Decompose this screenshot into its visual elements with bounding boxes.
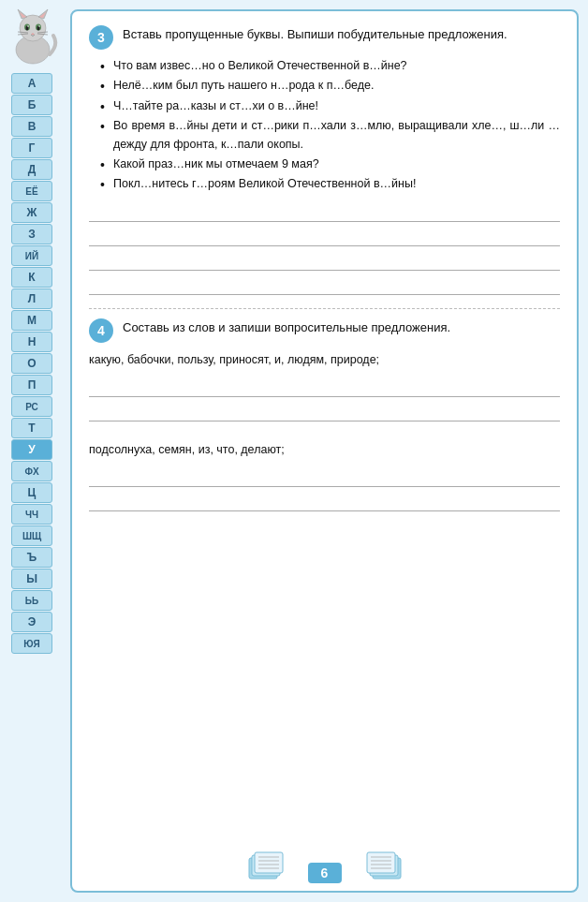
letter-E: Э (11, 612, 52, 632)
letter-D: Д (11, 159, 52, 180)
bullet-item-1: Что вам извес…но о Великой Отечественной… (98, 57, 560, 75)
letter-N: Н (11, 332, 52, 352)
letter-G: Г (11, 138, 52, 158)
bullet-item-6: Покл…нитесь г…роям Великой Отечественной… (98, 175, 560, 193)
task-4-instruction: Составь из слов и запиши вопросительные … (123, 318, 450, 337)
alphabet-sidebar: А Б В Г Д ЕЁ Ж З ИЙ К Л М Н О П РС Т У Ф… (0, 0, 64, 902)
task-4-write-lines-1 (89, 377, 560, 421)
letter-K: К (11, 267, 52, 288)
task-3-write-lines (89, 201, 560, 295)
letter-SOFT: ЬЬ (11, 590, 52, 611)
svg-point-10 (27, 25, 29, 27)
task-3-instruction: Вставь пропущенные буквы. Выпиши побудит… (123, 25, 507, 44)
write-line-4[interactable] (89, 274, 560, 295)
write-line-1[interactable] (89, 201, 560, 222)
svg-rect-26 (367, 852, 395, 873)
svg-point-1 (20, 15, 46, 41)
letter-T: Т (11, 418, 52, 438)
letter-M: М (11, 310, 52, 331)
task-4-section: 4 Составь из слов и запиши вопросительны… (89, 318, 560, 511)
letter-V: В (11, 116, 52, 137)
letter-Y: Ы (11, 569, 52, 589)
task-3-number: 3 (89, 25, 113, 50)
letter-A: А (11, 73, 52, 94)
letter-ZH: Ж (11, 202, 52, 223)
write-line-8[interactable] (89, 491, 560, 511)
letter-YUYА: ЮЯ (11, 633, 52, 654)
task-4-header: 4 Составь из слов и запиши вопросительны… (89, 318, 560, 343)
letter-RS: РС (11, 396, 52, 417)
letter-O: О (11, 353, 52, 374)
write-line-5[interactable] (89, 377, 560, 397)
page-background: А Б В Г Д ЕЁ Ж З ИЙ К Л М Н О П РС Т У Ф… (0, 0, 588, 902)
letter-P: П (11, 375, 52, 395)
task-4-words-group1: какую, бабочки, пользу, приносят, и, люд… (89, 350, 560, 369)
letter-Z: З (11, 224, 52, 244)
task-3-section: 3 Вставь пропущенные буквы. Выпиши побуд… (89, 25, 560, 295)
task-3-bullet-list: Что вам извес…но о Великой Отечественной… (89, 57, 560, 194)
book-left-icon (247, 844, 299, 883)
task-4-write-lines-2 (89, 466, 560, 511)
write-line-3[interactable] (89, 250, 560, 271)
letter-B: Б (11, 95, 52, 115)
bullet-item-4: Во время в…йны дети и ст…рики п…хали з…м… (98, 117, 560, 154)
letter-U: У (11, 439, 52, 460)
task-4-words-group2: подсолнуха, семян, из, что, делают; (89, 440, 560, 459)
svg-point-11 (38, 25, 40, 27)
write-line-6[interactable] (89, 401, 560, 421)
letter-IY: ИЙ (11, 245, 52, 266)
write-line-7[interactable] (89, 466, 560, 487)
book-right-icon (351, 844, 403, 883)
bullet-item-3: Ч…тайте ра…казы и ст…хи о в…йне! (98, 97, 560, 115)
letter-HARD: Ъ (11, 547, 52, 568)
task-divider (89, 308, 560, 309)
cat-illustration (5, 7, 61, 72)
svg-rect-19 (255, 852, 283, 873)
write-line-2[interactable] (89, 226, 560, 246)
task-4-number: 4 (89, 318, 113, 343)
letter-FKH: ФХ (11, 461, 52, 481)
letter-SHCH: ШЩ (11, 525, 52, 546)
letter-L: Л (11, 288, 52, 309)
bullet-item-2: Нелё…ким был путь нашего н…рода к п…беде… (98, 77, 560, 95)
main-content-area: 3 Вставь пропущенные буквы. Выпиши побуд… (70, 9, 579, 893)
letter-EYO: ЕЁ (11, 181, 52, 201)
letter-TS: Ц (11, 482, 52, 503)
page-number: 6 (308, 863, 342, 883)
bullet-item-5: Какой праз…ник мы отмечаем 9 мая? (98, 155, 560, 173)
task-3-header: 3 Вставь пропущенные буквы. Выпиши побуд… (89, 25, 560, 50)
letter-CH: ЧЧ (11, 504, 52, 525)
footer-area: 6 (72, 844, 577, 883)
